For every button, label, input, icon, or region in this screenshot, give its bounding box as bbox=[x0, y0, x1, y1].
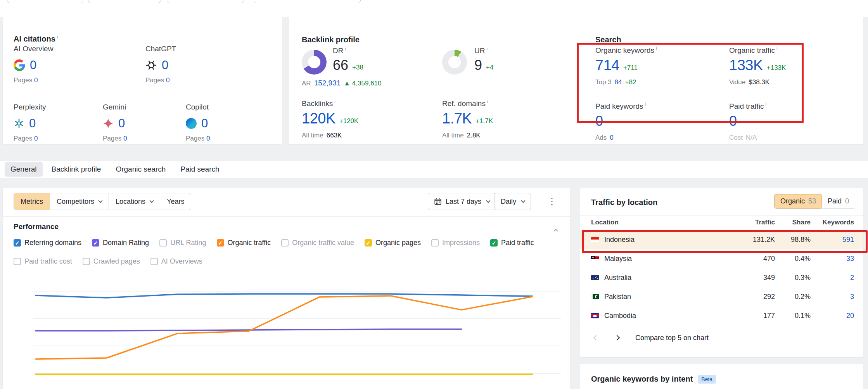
share-value: 0.2% bbox=[775, 293, 811, 301]
column-header-traffic[interactable]: Traffic bbox=[732, 219, 775, 226]
location-row-pakistan[interactable]: Pakistan 292 0.2% 3 bbox=[580, 287, 863, 306]
metric-checkbox-ai-overviews[interactable]: AI Overviews bbox=[150, 257, 202, 266]
toolbar-input-remnant[interactable] bbox=[254, 0, 361, 3]
metric-checkbox-organic-traffic-value[interactable]: Organic traffic value bbox=[281, 239, 354, 247]
malaysia-flag-icon bbox=[591, 256, 599, 261]
citation-count[interactable]: 0 bbox=[29, 116, 36, 130]
tab-backlink-profile[interactable]: Backlink profile bbox=[46, 162, 107, 177]
next-page-button[interactable] bbox=[612, 333, 622, 343]
report-tab-bar: GeneralBacklink profileOrganic searchPai… bbox=[0, 161, 868, 178]
info-icon[interactable]: i bbox=[765, 102, 766, 107]
toolbar-input-remnant[interactable] bbox=[88, 0, 161, 3]
pages-count[interactable]: 0 bbox=[123, 135, 127, 142]
location-row-cambodia[interactable]: Cambodia 177 0.1% 20 bbox=[580, 306, 863, 325]
info-icon[interactable]: i bbox=[776, 46, 778, 51]
ur-donut-chart bbox=[442, 50, 467, 75]
citation-count[interactable]: 0 bbox=[162, 58, 168, 72]
toggle-paid[interactable]: Paid0 bbox=[822, 194, 855, 208]
metric-checkbox-row: ✓Referring domains✓Domain RatingURL Rati… bbox=[14, 239, 534, 247]
keywords-link[interactable]: 20 bbox=[811, 312, 854, 320]
metric-checkbox-domain-rating[interactable]: ✓Domain Rating bbox=[92, 239, 149, 247]
prev-page-button[interactable] bbox=[591, 333, 601, 343]
pages-count[interactable]: 0 bbox=[166, 76, 169, 84]
paid-keywords-value[interactable]: 0 bbox=[595, 113, 603, 129]
info-icon[interactable]: i bbox=[656, 46, 657, 51]
metric-checkbox-crawled-pages[interactable]: Crawled pages bbox=[83, 257, 140, 266]
checkbox-label: Paid traffic cost bbox=[24, 257, 72, 266]
metric-checkbox-paid-traffic-cost[interactable]: Paid traffic cost bbox=[14, 257, 72, 266]
pages-count[interactable]: 0 bbox=[206, 135, 210, 142]
keywords-link[interactable]: 2 bbox=[811, 274, 854, 282]
toolbar-input-remnant[interactable] bbox=[167, 0, 244, 3]
overview-card: MetricsCompetitorsLocationsYears Last 7 … bbox=[3, 188, 570, 389]
citation-count[interactable]: 0 bbox=[30, 58, 36, 72]
keywords-link[interactable]: 33 bbox=[811, 255, 854, 263]
ref-domains-value[interactable]: 1.7K bbox=[442, 110, 472, 127]
granularity-button[interactable]: Daily bbox=[495, 193, 531, 210]
metric-checkbox-organic-traffic[interactable]: ✓Organic traffic bbox=[217, 239, 271, 247]
info-icon[interactable]: i bbox=[486, 46, 488, 52]
tab-general[interactable]: General bbox=[5, 162, 43, 177]
date-range-button[interactable]: Last 7 days bbox=[428, 193, 496, 210]
ai-citation-item: ChatGPT 0 Pages 0 bbox=[145, 45, 176, 84]
ar-value[interactable]: 152,931 bbox=[314, 79, 341, 87]
pakistan-flag-icon bbox=[591, 294, 599, 299]
pages-label: Pages bbox=[103, 135, 121, 142]
info-icon[interactable]: i bbox=[334, 99, 335, 104]
collapse-section-button[interactable] bbox=[553, 226, 557, 233]
keywords-link[interactable]: 591 bbox=[811, 236, 854, 244]
location-row-indonesia[interactable]: Indonesia 131.2K 98.8% 591 bbox=[580, 230, 863, 249]
gemini-icon bbox=[103, 118, 114, 129]
filter-years[interactable]: Years bbox=[160, 193, 191, 210]
compare-top5-link[interactable]: Compare top 5 on chart bbox=[635, 334, 709, 342]
checkbox-unchecked bbox=[159, 239, 167, 247]
backlinks-value[interactable]: 120K bbox=[302, 110, 335, 127]
filter-segment-group: MetricsCompetitorsLocationsYears bbox=[14, 193, 191, 210]
filter-competitors[interactable]: Competitors bbox=[50, 193, 109, 210]
more-options-button[interactable]: ⋮ bbox=[547, 194, 557, 209]
checkbox-label: Organic traffic value bbox=[292, 239, 354, 247]
metric-checkbox-referring-domains[interactable]: ✓Referring domains bbox=[14, 239, 81, 247]
location-name: Indonesia bbox=[604, 236, 635, 244]
info-icon[interactable]: i bbox=[345, 46, 346, 52]
ads-value[interactable]: 0 bbox=[610, 134, 613, 142]
metric-checkbox-paid-traffic[interactable]: ✓Paid traffic bbox=[490, 239, 534, 247]
date-range-label: Last 7 days bbox=[446, 198, 481, 206]
top3-value[interactable]: 84 bbox=[615, 78, 622, 86]
keywords-link[interactable]: 3 bbox=[811, 293, 854, 301]
toolbar-input-remnant[interactable] bbox=[7, 0, 83, 3]
checkbox-label: AI Overviews bbox=[161, 257, 202, 266]
info-icon[interactable]: i bbox=[645, 102, 646, 107]
tab-paid-search[interactable]: Paid search bbox=[175, 162, 225, 177]
citation-count[interactable]: 0 bbox=[201, 116, 208, 130]
column-header-location[interactable]: Location bbox=[591, 219, 732, 226]
column-header-share[interactable]: Share bbox=[775, 219, 811, 226]
dr-value: 66+38 bbox=[333, 57, 363, 73]
info-icon[interactable]: i bbox=[487, 99, 488, 104]
chevron-down-icon bbox=[149, 198, 154, 203]
granularity-label: Daily bbox=[501, 198, 516, 206]
info-icon[interactable]: i bbox=[57, 34, 58, 40]
ur-value: 9+4 bbox=[474, 57, 493, 73]
pages-count[interactable]: 0 bbox=[34, 76, 38, 84]
search-section: Search Organic keywordsi 714+711 Top 384… bbox=[578, 17, 863, 144]
location-row-australia[interactable]: Australia 349 0.3% 2 bbox=[580, 268, 863, 287]
metric-checkbox-url-rating[interactable]: URL Rating bbox=[159, 239, 206, 247]
organic-traffic-value[interactable]: 133K bbox=[729, 57, 763, 74]
share-value: 98.8% bbox=[775, 236, 811, 244]
location-row-malaysia[interactable]: Malaysia 470 0.4% 33 bbox=[580, 249, 863, 268]
checkbox-label: Organic pages bbox=[375, 239, 421, 247]
tab-organic-search[interactable]: Organic search bbox=[110, 162, 171, 177]
filter-metrics[interactable]: Metrics bbox=[14, 193, 50, 210]
metric-checkbox-organic-pages[interactable]: ✓Organic pages bbox=[365, 239, 421, 247]
citation-count[interactable]: 0 bbox=[118, 116, 125, 130]
toggle-organic[interactable]: Organic53 bbox=[775, 194, 822, 208]
divider bbox=[580, 215, 863, 216]
filter-locations[interactable]: Locations bbox=[109, 193, 160, 210]
checkbox-unchecked bbox=[14, 258, 21, 265]
column-header-keywords[interactable]: Keywords bbox=[811, 219, 854, 226]
pages-count[interactable]: 0 bbox=[34, 135, 38, 142]
organic-keywords-value[interactable]: 714 bbox=[595, 57, 619, 74]
metric-checkbox-impressions[interactable]: Impressions bbox=[431, 239, 480, 247]
ref-domains-label: Ref. domainsi bbox=[442, 99, 493, 108]
